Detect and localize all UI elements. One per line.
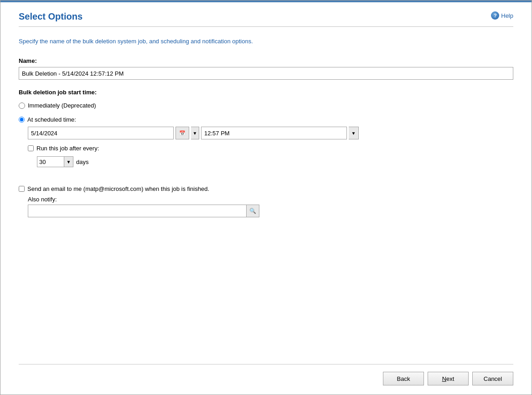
- immediately-option: Immediately (Deprecated): [19, 102, 513, 109]
- days-select-wrapper: ▼: [37, 156, 73, 167]
- page-title: Select Options: [19, 11, 83, 22]
- days-row: ▼ days: [37, 156, 513, 167]
- footer: Back Next Cancel: [19, 364, 513, 395]
- email-notify-label[interactable]: Send an email to me (matp@microsoft.com)…: [27, 185, 209, 192]
- back-button[interactable]: Back: [383, 372, 424, 385]
- days-chevron-icon: ▼: [67, 159, 71, 164]
- help-icon: ?: [491, 11, 499, 20]
- notify-input[interactable]: [28, 205, 247, 217]
- email-section: Send an email to me (matp@microsoft.com)…: [19, 185, 513, 217]
- time-dropdown-btn[interactable]: ▼: [349, 127, 359, 139]
- help-label: Help: [501, 12, 513, 19]
- immediately-label[interactable]: Immediately (Deprecated): [28, 102, 96, 109]
- name-section: Name:: [19, 57, 513, 80]
- run-after-label[interactable]: Run this job after every:: [36, 145, 99, 152]
- time-chevron-icon: ▼: [351, 131, 356, 136]
- page-header: Select Options ? Help: [19, 11, 513, 27]
- scheduled-row: At scheduled time: 📅 ▼ ▼: [19, 116, 513, 139]
- search-icon: 🔍: [249, 208, 256, 214]
- scheduled-label[interactable]: At scheduled time:: [27, 116, 76, 123]
- name-label: Name:: [19, 57, 513, 64]
- email-checkbox-row: Send an email to me (matp@microsoft.com)…: [19, 185, 513, 192]
- days-input[interactable]: [37, 156, 64, 167]
- days-dropdown-btn[interactable]: ▼: [64, 156, 73, 167]
- notify-input-row: 🔍: [28, 205, 513, 217]
- days-label: days: [76, 159, 88, 165]
- date-chevron-icon: ▼: [193, 131, 197, 136]
- also-notify-row: Also notify: 🔍: [28, 196, 513, 217]
- notify-search-btn[interactable]: 🔍: [247, 205, 259, 217]
- date-dropdown-btn[interactable]: ▼: [191, 127, 199, 139]
- cancel-button[interactable]: Cancel: [472, 372, 513, 385]
- help-link[interactable]: ? Help: [491, 11, 513, 20]
- run-after-checkbox[interactable]: [28, 145, 34, 151]
- time-input[interactable]: [201, 127, 347, 139]
- start-time-heading: Bulk deletion job start time:: [19, 89, 513, 96]
- calendar-icon-btn[interactable]: 📅: [176, 127, 189, 139]
- date-input[interactable]: [28, 127, 174, 139]
- immediately-radio[interactable]: [19, 103, 25, 109]
- datetime-row: 📅 ▼ ▼: [28, 127, 513, 139]
- start-time-section: Bulk deletion job start time: Immediatel…: [19, 89, 513, 176]
- next-button[interactable]: Next: [428, 372, 469, 385]
- email-notify-checkbox[interactable]: [19, 186, 25, 192]
- scheduled-radio[interactable]: [19, 117, 25, 123]
- calendar-icon: 📅: [179, 130, 186, 136]
- run-after-checkbox-row: Run this job after every:: [28, 145, 513, 152]
- description-text: Specify the name of the bulk deletion sy…: [19, 38, 513, 45]
- scheduled-radio-row: At scheduled time:: [19, 116, 513, 123]
- name-input[interactable]: [19, 67, 513, 80]
- also-notify-label: Also notify:: [28, 196, 513, 203]
